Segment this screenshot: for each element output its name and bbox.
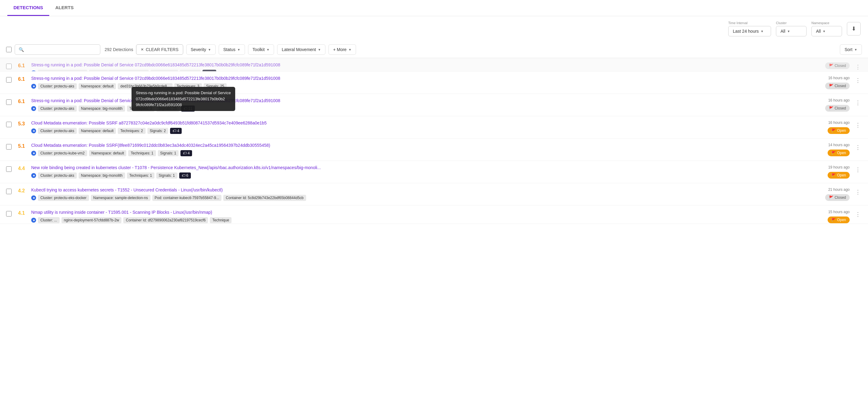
row-4-status: 🚩 Open	[828, 150, 850, 156]
row-4-checkbox[interactable]	[6, 144, 11, 150]
row-6-cluster: Cluster: protectu-eks-docker	[38, 195, 89, 201]
lateral-movement-chevron: ▼	[318, 48, 321, 51]
filter-bar: 🔍 292 Detections ✕ CLEAR FILTERS Severit…	[0, 41, 868, 58]
row-4-right: 14 hours ago 🚩 Open	[813, 143, 850, 156]
row-3-time: 16 hours ago	[828, 121, 850, 125]
row-7-right: 15 hours ago 🚩 Open	[813, 210, 850, 223]
row-5-right: 19 hours ago 🚩 Open	[813, 165, 850, 179]
top-nav: DETECTIONS ALERTS	[0, 0, 868, 16]
row-6-time: 21 hours ago	[828, 187, 850, 192]
row-5-time: 19 hours ago	[828, 165, 850, 169]
row-7-checkbox[interactable]	[6, 211, 11, 217]
row-5-severity: 4.4	[16, 166, 27, 171]
row-2-status: 🚩 Closed	[825, 105, 850, 112]
row-1-tags: ⎈ Cluster: protectu-aks Namespace: defau…	[31, 83, 809, 89]
row-6-namespace: Namespace: sample-detection-ns	[91, 195, 151, 201]
sort-button[interactable]: Sort ▼	[840, 44, 862, 55]
row-3-cluster: Cluster: protectu-aks	[38, 128, 77, 134]
tab-alerts[interactable]: ALERTS	[49, 0, 80, 16]
row-6-checkbox[interactable]	[6, 189, 11, 194]
row-1-time: 16 hours ago	[828, 76, 850, 80]
search-input[interactable]	[26, 47, 96, 52]
row-4-techniques: Techniques: 1	[128, 150, 156, 156]
row-1-menu[interactable]: ⋮	[854, 76, 862, 85]
toolkit-filter-button[interactable]: Toolkit ▼	[248, 44, 274, 55]
row-2-severity: 6.1	[16, 99, 27, 104]
row-7-namespace: nginx-deployment-57cfdd887b-2w	[61, 217, 122, 223]
clear-filters-button[interactable]: ✕ CLEAR FILTERS	[136, 44, 183, 55]
row-2-right: 16 hours ago 🚩 Closed	[813, 98, 850, 112]
status-filter-label: Status	[223, 47, 236, 52]
row-4-signals: Signals: 1	[158, 150, 179, 156]
row-7-container: Container Id: df279890062a230af82197519c…	[123, 217, 208, 223]
row-7-k8s-icon: ⎈	[31, 218, 36, 223]
row-2-techniques: Techniques: 3	[127, 105, 154, 112]
status-filter-button[interactable]: Status ▼	[219, 44, 245, 55]
cluster-label: Cluster	[776, 21, 807, 25]
detections-list: 6.1 Stress-ng running in a pod: Possible…	[0, 58, 868, 224]
row-checkbox[interactable]	[6, 64, 11, 69]
row-6-right: 21 hours ago 🚩 Closed	[813, 187, 850, 201]
row-6-status: 🚩 Closed	[825, 194, 850, 201]
namespace-value: All	[816, 29, 821, 34]
severity-filter-button[interactable]: Severity ▼	[186, 44, 216, 55]
row-6-menu[interactable]: ⋮	[854, 187, 862, 197]
detection-row-5: 4.4 New role binding being created in ku…	[0, 161, 868, 183]
more-filters-button[interactable]: + More ▼	[329, 44, 356, 55]
toolkit-filter-label: Toolkit	[253, 47, 265, 52]
row-2-cluster: Cluster: protectu-aks	[38, 105, 77, 112]
row-3-checkbox[interactable]	[6, 122, 11, 127]
tab-detections[interactable]: DETECTIONS	[7, 0, 49, 16]
detection-title[interactable]: Stress-ng running in a pod: Possible Den…	[31, 62, 809, 67]
time-interval-chevron: ▼	[761, 30, 764, 33]
row-3-tags: ⎈ Cluster: protectu-aks Namespace: defau…	[31, 128, 809, 134]
row-1-checkbox[interactable]	[6, 77, 11, 83]
row-5-title[interactable]: New role binding being created in kubern…	[31, 165, 809, 170]
row-2-menu[interactable]: ⋮	[854, 98, 862, 107]
row-4-cluster: Cluster: protectu-kube-vm2	[38, 150, 87, 156]
row-3-title[interactable]: Cloud Metadata enumeration: Possible SSR…	[31, 121, 809, 125]
row-3-menu[interactable]: ⋮	[854, 121, 862, 130]
row-2-content: Stress-ng running in a pod: Possible Den…	[31, 98, 809, 112]
row-7-menu[interactable]: ⋮	[854, 210, 862, 219]
severity-chevron: ▼	[208, 48, 211, 51]
row-6-container: Container Id: 5c8d29b743e22bdf65b08844d5…	[223, 195, 306, 201]
detection-row-4: 5.1 Cloud Metadata enumeration: Possible…	[0, 138, 868, 161]
clear-filters-label: CLEAR FILTERS	[146, 47, 178, 52]
row-4-severity: 5.1	[16, 144, 27, 149]
row-3-status: 🚩 Open	[828, 127, 850, 134]
row-5-checkbox[interactable]	[6, 166, 11, 172]
row-menu-dots[interactable]: ⋮	[854, 62, 862, 71]
namespace-select[interactable]: All ▼	[811, 26, 842, 36]
row-1-status: 🚩 Closed	[825, 83, 850, 89]
cluster-select[interactable]: All ▼	[776, 26, 807, 36]
row-5-k8s-icon: ⎈	[31, 173, 36, 178]
download-button[interactable]: ⬇	[847, 22, 861, 35]
row-5-cluster: Cluster: protectu-aks	[38, 172, 77, 179]
row-7-cluster: Cluster: ...	[38, 217, 60, 223]
row-1-title[interactable]: Stress-ng running in a pod: Possible Den…	[31, 76, 809, 81]
time-interval-value: Last 24 hours	[733, 29, 759, 34]
row-4-title[interactable]: Cloud Metadata enumeration: Possible SSR…	[31, 143, 809, 148]
search-icon: 🔍	[19, 47, 24, 52]
row-3-k8s-icon: ⎈	[31, 128, 36, 133]
row-3-severity: 5.3	[16, 121, 27, 127]
row-6-title[interactable]: Kubectl trying to access kubernetes secr…	[31, 187, 809, 192]
row-2-time: 16 hours ago	[828, 98, 850, 102]
row-3-tags-count: 🏷 4	[170, 128, 182, 134]
row-7-time: 15 hours ago	[828, 210, 850, 214]
row-2-title[interactable]: Stress-ng running in a pod: Possible Den…	[31, 98, 809, 103]
select-all-checkbox[interactable]	[6, 47, 11, 52]
row-6-tags: ⎈ Cluster: protectu-eks-docker Namespace…	[31, 195, 809, 201]
row-4-menu[interactable]: ⋮	[854, 143, 862, 152]
row-7-title[interactable]: Nmap utility is running inside container…	[31, 210, 809, 215]
time-interval-select[interactable]: Last 24 hours ▼	[728, 26, 771, 36]
row-5-namespace: Namespace: big-monolith	[79, 172, 125, 179]
row-2-checkbox[interactable]	[6, 99, 11, 105]
row-4-tags: ⎈ Cluster: protectu-kube-vm2 Namespace: …	[31, 150, 809, 156]
row-5-menu[interactable]: ⋮	[854, 165, 862, 174]
lateral-movement-filter-button[interactable]: Lateral Movement ▼	[277, 44, 326, 55]
severity-badge: 6.1	[16, 63, 27, 68]
row-4-tags-count: 🏷 4	[181, 150, 192, 156]
row-1-namespace: Namespace: default	[79, 83, 116, 89]
